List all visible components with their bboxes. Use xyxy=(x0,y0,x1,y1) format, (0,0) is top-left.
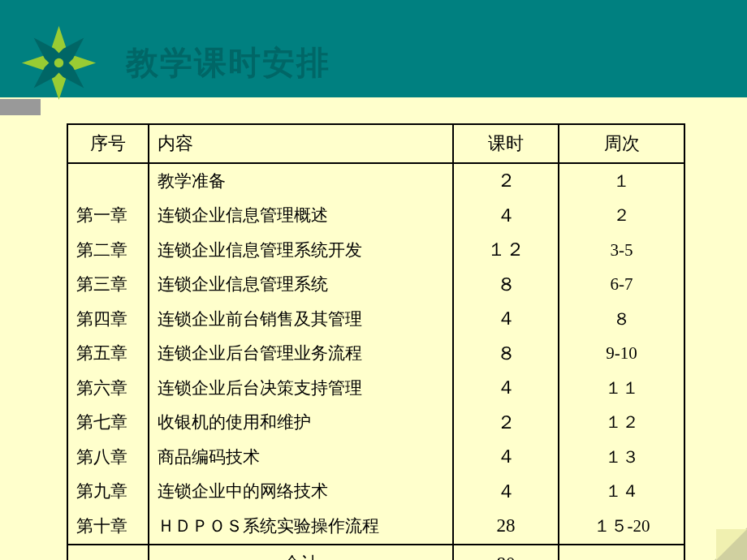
table-row: 第三章连锁企业信息管理系统８6-7 xyxy=(67,268,684,303)
cell-hours: ８ xyxy=(453,337,559,372)
cell-seq: 第三章 xyxy=(67,268,149,303)
header-bar xyxy=(0,0,747,97)
cell-seq: 第八章 xyxy=(67,440,149,475)
cell-week: １５-20 xyxy=(559,509,684,545)
cell-week: １ xyxy=(559,163,684,199)
cell-content: 连锁企业后台决策支持管理 xyxy=(149,371,453,406)
slide-title: 教学课时安排 xyxy=(126,41,330,85)
cell-seq: 第十章 xyxy=(67,509,149,545)
schedule-table-container: 序号 内容 课时 周次 教学准备２１第一章连锁企业信息管理概述４２第二章连锁企业… xyxy=(67,123,685,560)
cell-week: 6-7 xyxy=(559,268,684,303)
cell-hours: ４ xyxy=(453,199,559,234)
cell-seq: 第九章 xyxy=(67,475,149,510)
cell-content: 连锁企业信息管理系统开发 xyxy=(149,233,453,268)
table-body: 教学准备２１第一章连锁企业信息管理概述４２第二章连锁企业信息管理系统开发１２3-… xyxy=(67,163,684,545)
cell-week: １４ xyxy=(559,475,684,510)
footer-empty2 xyxy=(559,545,684,561)
table-row: 第一章连锁企业信息管理概述４２ xyxy=(67,199,684,234)
cell-hours: ４ xyxy=(453,371,559,406)
cell-seq: 第二章 xyxy=(67,233,149,268)
cell-seq xyxy=(67,163,149,199)
table-row: 第四章连锁企业前台销售及其管理４８ xyxy=(67,302,684,337)
header-hours: 课时 xyxy=(453,124,559,163)
footer-empty1 xyxy=(67,545,149,561)
table-row: 第二章连锁企业信息管理系统开发１２3-5 xyxy=(67,233,684,268)
cell-content: 连锁企业中的网络技术 xyxy=(149,475,453,510)
cell-week: 9-10 xyxy=(559,337,684,372)
cell-hours: ４ xyxy=(453,302,559,337)
cell-week: １２ xyxy=(559,406,684,441)
cell-content: 连锁企业前台销售及其管理 xyxy=(149,302,453,337)
cell-seq: 第五章 xyxy=(67,337,149,372)
header-seq: 序号 xyxy=(67,124,149,163)
cell-content: 连锁企业信息管理概述 xyxy=(149,199,453,234)
cell-content: 连锁企业信息管理系统 xyxy=(149,268,453,303)
table-row: 第九章连锁企业中的网络技术４１４ xyxy=(67,475,684,510)
cell-hours: ４ xyxy=(453,440,559,475)
cell-content: 商品编码技术 xyxy=(149,440,453,475)
page-curl-icon xyxy=(715,528,747,560)
cell-content: 教学准备 xyxy=(149,163,453,199)
cell-week: １３ xyxy=(559,440,684,475)
cell-seq: 第七章 xyxy=(67,406,149,441)
cell-week: １１ xyxy=(559,371,684,406)
cell-week: 3-5 xyxy=(559,233,684,268)
cell-hours: １２ xyxy=(453,233,559,268)
cell-seq: 第一章 xyxy=(67,199,149,234)
cell-week: ８ xyxy=(559,302,684,337)
header-week: 周次 xyxy=(559,124,684,163)
cell-hours: ２ xyxy=(453,406,559,441)
table-row: 第五章连锁企业后台管理业务流程８9-10 xyxy=(67,337,684,372)
cell-content: ＨＤＰＯＳ系统实验操作流程 xyxy=(149,509,453,545)
cell-hours: ８ xyxy=(453,268,559,303)
cell-seq: 第四章 xyxy=(67,302,149,337)
table-row: 第八章商品编码技术４１３ xyxy=(67,440,684,475)
cell-hours: ２ xyxy=(453,163,559,199)
footer-total: 80 xyxy=(453,545,559,561)
table-row: 第十章ＨＤＰＯＳ系统实验操作流程28１５-20 xyxy=(67,509,684,545)
header-content: 内容 xyxy=(149,124,453,163)
star-logo-icon xyxy=(20,24,97,101)
table-footer-row: 合计 80 xyxy=(67,545,684,561)
schedule-table: 序号 内容 课时 周次 教学准备２１第一章连锁企业信息管理概述４２第二章连锁企业… xyxy=(67,123,685,560)
table-header-row: 序号 内容 课时 周次 xyxy=(67,124,684,163)
cell-week: ２ xyxy=(559,199,684,234)
table-row: 第六章连锁企业后台决策支持管理４１１ xyxy=(67,371,684,406)
cell-hours: 28 xyxy=(453,509,559,545)
cell-hours: ４ xyxy=(453,475,559,510)
footer-label: 合计 xyxy=(149,545,453,561)
cell-content: 连锁企业后台管理业务流程 xyxy=(149,337,453,372)
table-row: 教学准备２１ xyxy=(67,163,684,199)
table-row: 第七章收银机的使用和维护２１２ xyxy=(67,406,684,441)
svg-point-2 xyxy=(54,58,63,67)
cell-seq: 第六章 xyxy=(67,371,149,406)
cell-content: 收银机的使用和维护 xyxy=(149,406,453,441)
